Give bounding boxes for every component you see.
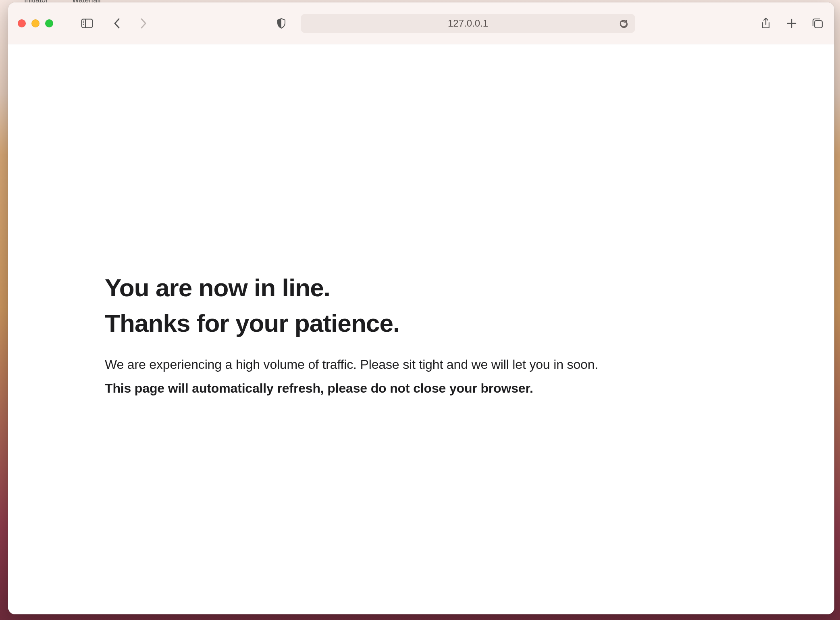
address-text: 127.0.0.1 (448, 18, 488, 29)
close-window-button[interactable] (18, 19, 26, 27)
browser-window: 127.0.0.1 (8, 2, 834, 614)
queue-subtext: We are experiencing a high volume of tra… (105, 357, 738, 372)
share-icon (761, 17, 771, 29)
browser-titlebar: 127.0.0.1 (8, 2, 834, 44)
chevron-left-icon (113, 18, 121, 29)
queue-heading-line2: Thanks for your patience. (105, 306, 738, 341)
page-content: You are now in line. Thanks for your pat… (8, 44, 834, 614)
queue-refresh-note: This page will automatically refresh, pl… (105, 381, 738, 396)
tab-overview-button[interactable] (810, 16, 825, 31)
sidebar-icon (81, 19, 93, 28)
shield-icon (277, 18, 286, 29)
back-button[interactable] (110, 16, 124, 31)
share-button[interactable] (759, 16, 773, 31)
sidebar-toggle-button[interactable] (80, 16, 94, 31)
fullscreen-window-button[interactable] (45, 19, 53, 27)
tab-overview-icon (812, 18, 823, 29)
minimize-window-button[interactable] (31, 19, 40, 27)
svg-rect-0 (82, 19, 93, 27)
forward-button[interactable] (136, 16, 151, 31)
svg-rect-7 (815, 21, 822, 28)
address-bar[interactable]: 127.0.0.1 (301, 14, 635, 33)
new-tab-button[interactable] (784, 16, 799, 31)
reload-button[interactable] (619, 19, 628, 28)
window-controls (18, 19, 53, 27)
queue-heading-line1: You are now in line. (105, 270, 738, 306)
chevron-right-icon (140, 18, 147, 29)
privacy-shield-button[interactable] (274, 16, 289, 31)
plus-icon (786, 18, 797, 29)
reload-icon (619, 19, 628, 28)
